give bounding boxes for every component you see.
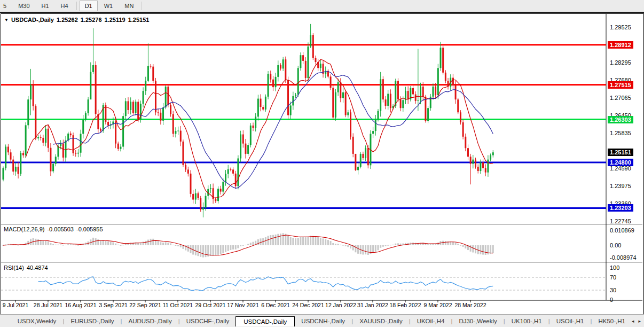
- macd-histogram-bar: [172, 245, 174, 245]
- macd-histogram-bar: [290, 237, 292, 245]
- candle-body: [355, 154, 356, 170]
- candle-body: [462, 122, 464, 137]
- candle-body: [275, 77, 277, 87]
- timeframe-button-h4[interactable]: H4: [56, 1, 74, 11]
- macd-histogram-bar: [337, 244, 339, 245]
- macd-histogram-bar: [230, 245, 231, 250]
- candle-body: [362, 154, 364, 158]
- symbol-tab-usdx[interactable]: USDX,Weekly: [11, 316, 63, 326]
- macd-histogram-bar: [112, 243, 114, 245]
- candle-body: [490, 155, 491, 160]
- macd-histogram-bar: [292, 238, 294, 245]
- macd-histogram-bar: [382, 245, 384, 247]
- timeframe-button-5[interactable]: 5: [0, 1, 12, 11]
- symbol-tab-usoil[interactable]: USOil-,H1: [550, 316, 591, 326]
- macd-histogram-bar: [442, 241, 444, 245]
- candle-body: [290, 105, 292, 115]
- candle-body: [155, 81, 156, 112]
- symbol-tab-audusd[interactable]: AUDUSD-,Daily: [122, 316, 178, 326]
- candle-body: [187, 169, 189, 173]
- horizontal-level-line-undefined[interactable]: [1, 84, 606, 85]
- macd-histogram-bar: [42, 240, 44, 245]
- macd-histogram-bar: [492, 245, 494, 253]
- candle-body: [235, 174, 237, 186]
- candle-body: [147, 66, 149, 81]
- macd-histogram-bar: [330, 241, 332, 245]
- candle-body: [222, 182, 224, 191]
- candle-body: [282, 59, 284, 68]
- toolbar-separator: [76, 2, 77, 10]
- macd-histogram-bar: [312, 236, 314, 245]
- symbol-tab-uk100[interactable]: UK100-,H1: [505, 316, 548, 326]
- symbol-tab-usdchf[interactable]: USDCHF-,Daily: [180, 316, 236, 326]
- macd-histogram-bar: [480, 245, 481, 254]
- symbol-tab-usdcnh[interactable]: USDCNH-,Daily: [295, 316, 351, 326]
- macd-histogram-bar: [57, 245, 59, 245]
- timeframe-button-m30[interactable]: M30: [13, 1, 35, 11]
- macd-histogram-bar: [325, 239, 326, 245]
- macd-histogram-bar: [37, 239, 39, 245]
- macd-histogram-bar: [75, 245, 76, 245]
- macd-histogram-bar: [45, 240, 46, 245]
- candle-body: [442, 48, 444, 73]
- macd-histogram-bar: [225, 245, 226, 252]
- candle-body: [382, 79, 384, 99]
- candle-body: [167, 87, 169, 105]
- horizontal-level-line-undefined[interactable]: [1, 207, 606, 209]
- candle-body: [22, 153, 24, 155]
- macd-histogram-bar: [35, 239, 36, 245]
- symbol-tab-hk50[interactable]: HK50-,H1: [592, 316, 632, 326]
- macd-histogram-bar: [395, 244, 396, 245]
- candle-body: [100, 129, 101, 131]
- candle-body: [260, 99, 262, 107]
- macd-histogram-bar: [162, 243, 164, 245]
- candle-body: [477, 167, 479, 171]
- macd-histogram-bar: [437, 243, 439, 245]
- chart-collapse-icon[interactable]: ▼: [4, 18, 9, 22]
- macd-histogram-bar: [160, 242, 161, 245]
- candle-body: [217, 189, 219, 201]
- candle-body: [255, 116, 256, 128]
- macd-histogram-bar: [297, 238, 299, 245]
- symbol-tab-eurusd[interactable]: EURUSD-,Daily: [64, 316, 120, 326]
- candle-body: [257, 99, 259, 117]
- timeframe-button-mn[interactable]: MN: [119, 1, 139, 11]
- macd-histogram-bar: [210, 245, 211, 256]
- candle-body: [427, 108, 429, 121]
- date-axis-label: 22 Sep 2021: [129, 302, 161, 308]
- macd-histogram-bar: [62, 245, 64, 245]
- candle-body: [182, 142, 184, 165]
- timeframe-button-w1[interactable]: W1: [99, 1, 119, 11]
- horizontal-level-line-undefined[interactable]: [1, 161, 606, 163]
- macd-histogram-bar: [237, 245, 239, 248]
- candle-body: [400, 99, 402, 108]
- mt4-window: 5M30H1H4D1W1MN ▼ USDCAD-,Daily 1.25262 1…: [0, 0, 644, 327]
- symbol-tab-ukoil[interactable]: UKOil-,H4: [411, 316, 451, 326]
- price-chart-canvas[interactable]: [1, 14, 642, 313]
- macd-histogram-bar: [327, 240, 329, 245]
- candle-body: [452, 77, 454, 85]
- candle-body: [185, 165, 186, 170]
- macd-histogram-bar: [67, 244, 69, 245]
- candle-body: [482, 162, 484, 168]
- timeframe-button-h1[interactable]: H1: [36, 1, 54, 11]
- tab-scroll-right-icon[interactable]: ▸: [638, 318, 641, 324]
- tab-scroll-left-icon[interactable]: ◂: [632, 318, 634, 324]
- symbol-tab-xauusd[interactable]: XAUUSD-,Daily: [353, 316, 409, 326]
- macd-histogram-bar: [307, 237, 309, 245]
- macd-value-signal: -0.005955: [76, 226, 103, 232]
- macd-histogram-bar: [48, 242, 49, 245]
- candle-body: [18, 167, 19, 174]
- horizontal-level-line-undefined[interactable]: [1, 44, 606, 45]
- macd-histogram-bar: [457, 244, 459, 245]
- date-axis-label: 31 Jan 2022: [357, 302, 388, 308]
- candle-body: [77, 153, 79, 154]
- timeframe-button-d1[interactable]: D1: [80, 1, 98, 11]
- macd-histogram-bar: [342, 245, 344, 246]
- horizontal-level-line-undefined[interactable]: [1, 119, 606, 120]
- candle-body: [48, 129, 49, 148]
- macd-histogram-bar: [195, 245, 197, 255]
- symbol-tab-usdcad[interactable]: USDCAD-,Daily: [235, 316, 295, 326]
- candle-body: [117, 144, 119, 149]
- symbol-tab-dj30[interactable]: DJ30-,Weekly: [452, 316, 503, 326]
